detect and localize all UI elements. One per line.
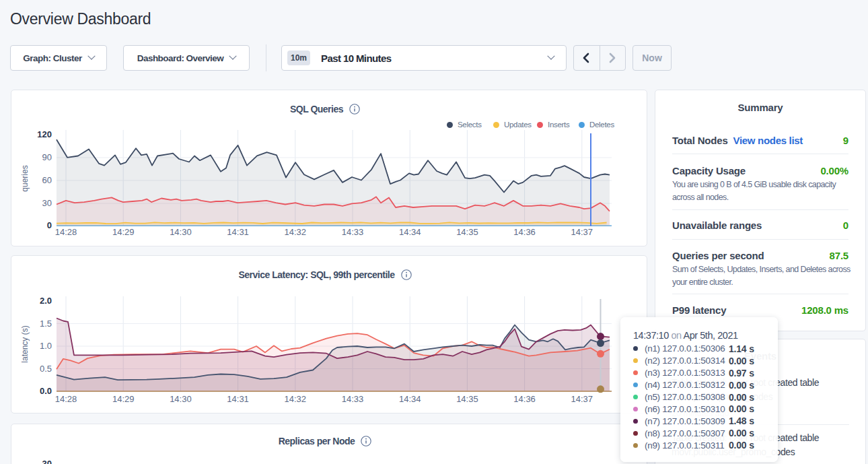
svg-text:30: 30 [42, 198, 52, 208]
svg-text:14:28: 14:28 [55, 227, 77, 237]
svg-text:0: 0 [47, 220, 52, 230]
svg-text:30: 30 [42, 459, 52, 464]
svg-text:14:37: 14:37 [571, 227, 593, 237]
svg-text:14:32: 14:32 [285, 227, 307, 237]
svg-text:14:36: 14:36 [513, 227, 536, 237]
svg-text:14:32: 14:32 [285, 394, 307, 404]
svg-text:14:34: 14:34 [399, 394, 421, 404]
svg-text:2.0: 2.0 [40, 296, 52, 306]
svg-text:14:37: 14:37 [571, 394, 593, 404]
svg-text:14:29: 14:29 [112, 394, 135, 404]
svg-text:0.5: 0.5 [40, 364, 52, 374]
svg-text:1.5: 1.5 [40, 319, 52, 329]
svg-text:14:33: 14:33 [342, 227, 364, 237]
svg-text:14:30: 14:30 [170, 394, 192, 404]
svg-text:120: 120 [37, 129, 52, 139]
svg-text:14:31: 14:31 [227, 227, 249, 237]
svg-text:14:34: 14:34 [399, 227, 421, 237]
svg-text:14:33: 14:33 [342, 394, 364, 404]
svg-text:queries: queries [20, 165, 30, 191]
svg-text:14:35: 14:35 [456, 394, 478, 404]
svg-text:60: 60 [42, 175, 52, 185]
svg-text:14:31: 14:31 [227, 394, 249, 404]
svg-text:90: 90 [42, 152, 52, 162]
svg-text:0.0: 0.0 [40, 386, 52, 396]
svg-text:14:28: 14:28 [55, 394, 77, 404]
svg-text:14:29: 14:29 [112, 227, 135, 237]
svg-text:14:35: 14:35 [456, 227, 478, 237]
svg-text:14:30: 14:30 [170, 227, 192, 237]
svg-text:latency (s): latency (s) [20, 325, 30, 362]
svg-text:14:36: 14:36 [513, 394, 536, 404]
svg-text:1.0: 1.0 [40, 341, 52, 351]
